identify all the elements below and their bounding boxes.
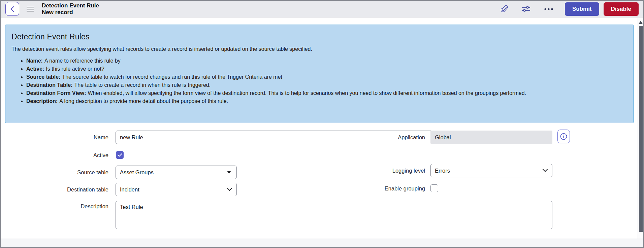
active-label: Active bbox=[7, 151, 108, 159]
bullet-destination-table: Destination Table:The table to create a … bbox=[26, 81, 627, 89]
destination-table-label: Destination table bbox=[7, 183, 108, 196]
dropdown-triangle-icon bbox=[227, 171, 231, 174]
logging-level-label: Logging level bbox=[324, 164, 425, 177]
more-options-icon[interactable] bbox=[544, 8, 553, 10]
bullet-description: Description:A long description to provid… bbox=[26, 97, 627, 105]
destination-table-select[interactable]: Incident bbox=[116, 183, 237, 196]
bullet-name: Name:A name to reference this rule by bbox=[26, 57, 627, 65]
info-panel-bullets: Name:A name to reference this rule by Ac… bbox=[26, 57, 627, 105]
info-circle-icon bbox=[560, 133, 567, 140]
record-title: Detection Event Rule New record bbox=[42, 2, 99, 16]
description-label: Description bbox=[7, 203, 108, 210]
description-textarea[interactable]: Test Rule bbox=[116, 201, 552, 229]
header-actions: Submit Disable bbox=[494, 2, 639, 16]
enable-grouping-checkbox[interactable] bbox=[430, 184, 438, 192]
scrollbar-thumb[interactable] bbox=[639, 26, 643, 232]
source-table-select[interactable]: Asset Groups bbox=[116, 166, 237, 179]
header-bar: Detection Event Rule New record Submit D… bbox=[1, 1, 643, 17]
info-panel-intro: The detection event rules allow specifyi… bbox=[11, 46, 627, 52]
page-subtitle: New record bbox=[42, 9, 99, 16]
context-menu-icon[interactable] bbox=[27, 5, 34, 13]
bullet-active: Active:Is this rule active or not? bbox=[26, 65, 627, 73]
vertical-scrollbar[interactable] bbox=[638, 18, 643, 239]
bullet-source-table: Source table:The source table to watch f… bbox=[26, 73, 627, 81]
disable-button[interactable]: Disable bbox=[604, 2, 639, 16]
info-panel: Detection Event Rules The detection even… bbox=[5, 25, 634, 123]
chevron-left-icon bbox=[10, 6, 15, 12]
detection-event-rule-window: Detection Event Rule New record Submit D… bbox=[0, 0, 644, 248]
application-info-button[interactable] bbox=[557, 130, 570, 143]
form-content: Detection Event Rules The detection even… bbox=[1, 17, 643, 247]
name-label: Name bbox=[7, 131, 108, 144]
application-label: Application bbox=[324, 131, 425, 144]
enable-grouping-label: Enable grouping bbox=[324, 185, 425, 192]
logging-level-select[interactable]: Errors bbox=[430, 164, 552, 177]
chevron-down-icon bbox=[543, 167, 548, 172]
paperclip-icon[interactable] bbox=[501, 5, 508, 13]
chevron-down-icon bbox=[227, 185, 232, 191]
application-input bbox=[430, 131, 552, 144]
back-button[interactable] bbox=[5, 2, 19, 16]
info-panel-title: Detection Event Rules bbox=[11, 32, 627, 41]
checkmark-icon bbox=[118, 153, 122, 157]
sliders-icon[interactable] bbox=[522, 5, 530, 13]
footer-strip bbox=[1, 239, 643, 247]
active-checkbox[interactable] bbox=[116, 151, 124, 159]
source-table-label: Source table bbox=[7, 166, 108, 179]
scroll-up-arrow-icon[interactable] bbox=[639, 21, 643, 24]
submit-button[interactable]: Submit bbox=[565, 2, 599, 16]
bullet-destination-form-view: Destination Form View:When enabled, will… bbox=[26, 89, 627, 97]
page-title: Detection Event Rule bbox=[42, 2, 99, 9]
